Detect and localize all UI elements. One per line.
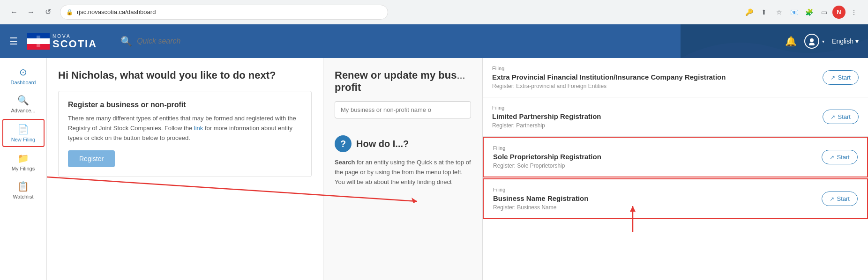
browser-chrome: ← → ↺ 🔒 rjsc.novascotia.ca/dashboard 🔑 ⬆… — [0, 0, 868, 24]
sidebar-label-advance: Advance... — [11, 108, 36, 113]
sidebar-item-dashboard[interactable]: ⊙ Dashboard — [2, 63, 45, 89]
language-label: English — [832, 37, 853, 45]
start-icon-0: ↗ — [831, 74, 835, 81]
sidebar-label-dashboard: Dashboard — [11, 80, 36, 85]
sidebar-item-watchlist[interactable]: 📋 Watchlist — [2, 177, 45, 203]
filing-type-3: Filing — [493, 187, 822, 192]
svg-marker-3 — [37, 36, 40, 47]
language-button[interactable]: English ▾ — [832, 37, 859, 45]
lock-icon: 🔒 — [66, 9, 73, 15]
register-card: Register a business or non-profit There … — [58, 91, 312, 177]
forward-button[interactable]: → — [24, 6, 37, 19]
filing-type-2: Filing — [493, 145, 822, 151]
lang-chevron-icon: ▾ — [855, 37, 859, 45]
sidebar-item-advance[interactable]: 🔍 Advance... — [2, 91, 45, 117]
profile-avatar[interactable]: N — [832, 6, 846, 19]
user-circle — [804, 34, 819, 49]
dashboard-icon: ⊙ — [19, 66, 27, 78]
filing-desc-3: Register: Business Name — [493, 204, 822, 211]
filing-item-limited-partnership: Filing Limited Partnership Registration … — [483, 97, 868, 137]
question-icon: ? — [335, 135, 352, 152]
how-section: ? How do I...? Search for an entity usin… — [335, 135, 471, 187]
extensions-icon[interactable]: 📧 — [787, 6, 801, 19]
nav-right: 🔔 ▾ English ▾ — [785, 34, 859, 49]
sidebar-icon[interactable]: ▭ — [817, 6, 831, 19]
register-card-body: There are many different types of entiti… — [68, 114, 302, 143]
greeting-name: Hi Nicholas, — [58, 69, 117, 81]
share-icon[interactable]: ⬆ — [757, 6, 771, 19]
start-icon-3: ↗ — [830, 196, 834, 202]
url-text: rjsc.novascotia.ca/dashboard — [77, 8, 156, 15]
browser-actions: 🔑 ⬆ ☆ 📧 🧩 ▭ N ⋮ — [742, 6, 861, 19]
filing-name-3: Business Name Registration — [493, 194, 822, 202]
business-search-input[interactable] — [335, 101, 471, 118]
more-menu-icon[interactable]: ⋮ — [847, 6, 861, 19]
hamburger-button[interactable]: ☰ — [9, 36, 18, 47]
search-icon: 🔍 — [120, 36, 132, 47]
watchlist-icon: 📋 — [17, 181, 29, 192]
search-bar[interactable]: 🔍 — [120, 36, 231, 47]
search-input[interactable] — [137, 37, 231, 45]
sidebar-item-my-filings[interactable]: 📁 My Filings — [2, 149, 45, 175]
notification-bell-button[interactable]: 🔔 — [785, 36, 797, 47]
start-icon-1: ↗ — [831, 114, 835, 120]
puzzle-icon[interactable]: 🧩 — [802, 6, 816, 19]
top-nav: ☰ NOVA SCOTIA 🔍 — [0, 24, 868, 58]
browser-nav-buttons: ← → ↺ — [7, 6, 54, 19]
register-card-title: Register a business or non-profit — [68, 101, 302, 109]
filing-type-0: Filing — [492, 66, 823, 71]
sidebar-item-new-filing[interactable]: 📄 New Filing — [2, 119, 45, 147]
start-button-0[interactable]: ↗ Start — [823, 70, 859, 85]
advance-search-icon: 🔍 — [17, 95, 29, 106]
register-button[interactable]: Register — [68, 150, 115, 167]
svg-point-4 — [810, 38, 814, 42]
filing-desc-0: Register: Extra-provincial and Foreign E… — [492, 83, 823, 89]
start-icon-2: ↗ — [830, 154, 834, 161]
how-title: How do I...? — [356, 139, 409, 149]
start-button-2[interactable]: ↗ Start — [822, 150, 858, 164]
how-header: ? How do I...? — [335, 135, 471, 152]
filing-item-business-name: Filing Business Name Registration Regist… — [483, 178, 868, 219]
user-profile-button[interactable]: ▾ — [804, 34, 824, 49]
start-button-3[interactable]: ↗ Start — [822, 192, 858, 206]
filings-panel: Filing Extra Provincial Financial Instit… — [483, 58, 868, 280]
new-filing-icon: 📄 — [17, 124, 29, 135]
welcome-title: Hi Nicholas, what would you like to do n… — [58, 69, 312, 81]
filing-info-0: Filing Extra Provincial Financial Instit… — [492, 66, 823, 89]
main-content: Hi Nicholas, what would you like to do n… — [47, 58, 868, 280]
nova-scotia-flag — [27, 33, 50, 50]
address-bar[interactable]: 🔒 rjsc.novascotia.ca/dashboard — [60, 5, 388, 20]
star-icon[interactable]: ☆ — [772, 6, 786, 19]
filing-name-1: Limited Partnership Registration — [492, 112, 823, 120]
filing-info-1: Filing Limited Partnership Registration … — [492, 105, 823, 129]
welcome-panel: Hi Nicholas, what would you like to do n… — [47, 58, 323, 280]
back-button[interactable]: ← — [7, 6, 21, 19]
chevron-down-icon: ▾ — [822, 39, 824, 44]
body-area: ⊙ Dashboard 🔍 Advance... 📄 New Filing 📁 … — [0, 58, 868, 280]
filing-info-3: Filing Business Name Registration Regist… — [493, 187, 822, 211]
filing-item-extra-provincial: Filing Extra Provincial Financial Instit… — [483, 58, 868, 97]
svg-point-5 — [809, 43, 815, 45]
middle-panel: Renew or update my bus... profit ? How d… — [323, 58, 483, 280]
how-body: Search for an entity using the Quick s a… — [335, 158, 471, 187]
start-button-1[interactable]: ↗ Start — [823, 110, 859, 124]
sidebar-label-my-filings: My Filings — [12, 166, 35, 171]
app: ☰ NOVA SCOTIA 🔍 — [0, 24, 868, 280]
sidebar-label-new-filing: New Filing — [11, 137, 35, 142]
greeting-suffix: what would you like to do next? — [117, 69, 276, 81]
filing-name-0: Extra Provincial Financial Institution/I… — [492, 73, 823, 81]
register-info-link[interactable]: link — [194, 125, 203, 132]
filing-item-sole-proprietorship: Filing Sole Proprietorship Registration … — [483, 137, 868, 177]
sidebar-label-watchlist: Watchlist — [13, 194, 33, 199]
key-icon[interactable]: 🔑 — [742, 6, 756, 19]
my-filings-icon: 📁 — [17, 153, 29, 164]
filing-desc-2: Register: Sole Proprietorship — [493, 162, 822, 169]
renew-title: Renew or update my bus... profit — [335, 69, 471, 94]
filing-desc-1: Register: Partnership — [492, 122, 823, 129]
filing-name-2: Sole Proprietorship Registration — [493, 153, 822, 161]
sidebar: ⊙ Dashboard 🔍 Advance... 📄 New Filing 📁 … — [0, 58, 47, 280]
scotia-text: SCOTIA — [52, 39, 97, 49]
logo: NOVA SCOTIA — [27, 33, 97, 50]
filing-type-1: Filing — [492, 105, 823, 111]
reload-button[interactable]: ↺ — [41, 6, 54, 19]
